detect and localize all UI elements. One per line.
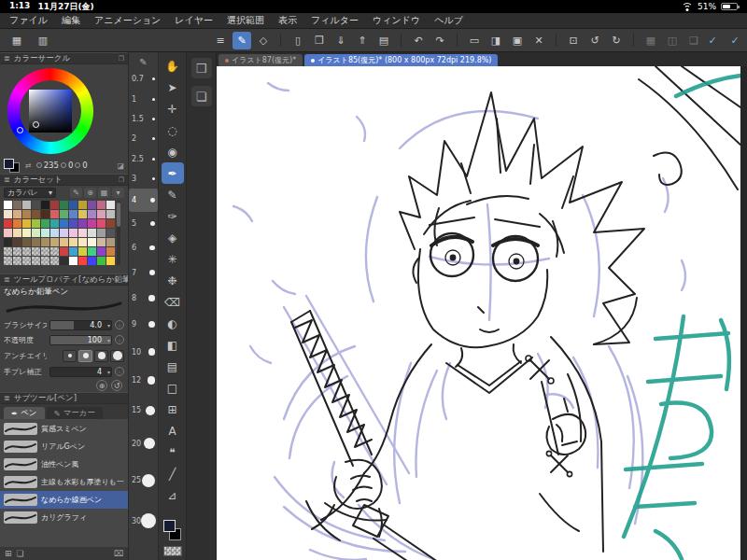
palette-swatch-48[interactable] [4, 238, 12, 246]
palette-swatch-19[interactable] [69, 210, 78, 218]
palette-swatch-64[interactable] [41, 247, 49, 256]
add-color-icon[interactable]: ⊕ [84, 188, 96, 198]
palette-swatch-54[interactable] [60, 238, 68, 246]
palette-scrollbar[interactable] [117, 201, 120, 265]
decoration-tool[interactable]: ❉ [162, 270, 184, 291]
line-correction-tool[interactable]: ╱ [162, 463, 184, 484]
ruler-tool[interactable]: ⊿ [162, 484, 184, 506]
panel-menu-icon[interactable]: ≣ [4, 54, 10, 63]
palette-swatch-7[interactable] [69, 201, 78, 209]
palette-swatch-56[interactable] [78, 238, 87, 246]
palette-swatch-55[interactable] [69, 238, 78, 246]
palette-swatch-6[interactable] [60, 201, 68, 209]
menu-item-1[interactable]: 編集 [62, 14, 80, 27]
export-icon[interactable]: ▤ [374, 32, 393, 49]
deselect-icon[interactable]: ▭ [465, 32, 484, 49]
menu-icon[interactable]: ≡ [211, 32, 230, 49]
brush-size-6[interactable]: 6 [129, 235, 158, 259]
hue-marker[interactable] [17, 127, 23, 133]
palette-swatch-0[interactable] [4, 201, 12, 209]
touch-gesture-icon[interactable]: ◇ [254, 32, 273, 49]
palette-swatch-34[interactable] [97, 219, 106, 228]
palette-swatch-70[interactable] [97, 247, 106, 256]
transparent-color-button[interactable] [163, 546, 182, 556]
palette-swatch-77[interactable] [50, 257, 59, 265]
menu-item-3[interactable]: レイヤー [175, 14, 213, 27]
palette-swatch-10[interactable] [97, 201, 106, 209]
palette-swatch-83[interactable] [106, 257, 115, 265]
brush-size-slider[interactable]: 4.0 ▾ [49, 320, 112, 330]
duplicate-subtool-icon[interactable]: ❏ [17, 549, 24, 558]
add-subtool-icon[interactable]: ⊞ [5, 549, 12, 558]
more-options-icon[interactable]: ▾ [112, 188, 124, 198]
palette-swatch-4[interactable] [41, 201, 49, 209]
brush-size-15[interactable]: 15 [129, 395, 158, 427]
palette-swatch-27[interactable] [32, 219, 40, 228]
palette-swatch-52[interactable] [41, 238, 49, 246]
workspace-grid-icon[interactable]: ▦ [7, 32, 26, 49]
palette-swatch-42[interactable] [60, 229, 68, 237]
subtool-item-1[interactable]: リアルGペン [0, 438, 128, 455]
subtool-item-2[interactable]: 油性ペン風 [0, 455, 128, 473]
palette-swatch-41[interactable] [50, 229, 59, 237]
palette-swatch-18[interactable] [60, 210, 68, 218]
pencil-tool[interactable]: ✎ [162, 184, 184, 205]
antialias-none[interactable] [63, 350, 77, 362]
move-tool[interactable]: ✛ [162, 98, 184, 119]
menu-item-6[interactable]: フィルター [311, 14, 359, 27]
palette-swatch-25[interactable] [13, 219, 21, 228]
menu-item-4[interactable]: 選択範囲 [227, 14, 264, 27]
palette-swatch-73[interactable] [13, 257, 21, 265]
palette-swatch-30[interactable] [60, 219, 68, 228]
pen-tool[interactable]: ✒ [162, 162, 184, 184]
antialias-strong[interactable] [110, 350, 124, 362]
save-icon[interactable]: ⇓ [331, 32, 350, 49]
selection-tool[interactable]: ◌ [162, 119, 184, 141]
drawing-canvas[interactable] [217, 66, 740, 560]
antialias-weak[interactable] [78, 350, 92, 362]
palette-swatch-37[interactable] [13, 229, 21, 237]
palette-swatch-31[interactable] [69, 219, 78, 228]
palette-select[interactable]: カラパレ ▾ [4, 188, 56, 198]
palette-swatch-81[interactable] [88, 257, 96, 265]
clear-selection-icon[interactable]: ✕ [529, 32, 548, 49]
panel-expand-icon[interactable]: ❐ [119, 176, 124, 184]
add-property-icon[interactable]: ⊕ [96, 380, 107, 391]
rotate-cw-icon[interactable]: ↻ [607, 32, 626, 49]
snap-ruler-icon[interactable]: ✓ [703, 32, 722, 49]
palette-swatch-9[interactable] [88, 201, 96, 209]
subtool-item-4[interactable]: なめらか線画ペン [0, 491, 128, 509]
brush-size-20[interactable]: 20 [129, 426, 158, 461]
new-canvas-icon[interactable]: ▯ [289, 32, 307, 49]
brush-size-1.5[interactable]: 1.5 [129, 109, 158, 129]
palette-swatch-68[interactable] [78, 247, 87, 256]
palette-swatch-36[interactable] [4, 229, 12, 237]
palette-swatch-61[interactable] [13, 247, 21, 256]
sv-picker[interactable] [29, 90, 72, 133]
layer-panel-icon[interactable]: ❏ [191, 86, 212, 106]
palette-swatch-3[interactable] [32, 201, 40, 209]
chevron-down-icon[interactable]: ▾ [107, 369, 110, 375]
color-wheel-panel-header[interactable]: ≣ カラーサークル ❐ [0, 52, 128, 64]
palette-swatch-78[interactable] [60, 257, 68, 265]
brush-size-5[interactable]: 5 [129, 212, 158, 235]
palette-dock-icon[interactable]: ▥ [34, 32, 52, 49]
palette-swatch-69[interactable] [88, 247, 96, 256]
redo-icon[interactable]: ↷ [430, 32, 449, 49]
operation-tool[interactable]: ➤ [162, 77, 184, 98]
brush-size-12[interactable]: 12 [129, 366, 158, 395]
palette-swatch-38[interactable] [22, 229, 31, 237]
chevron-down-icon[interactable]: ▾ [107, 337, 110, 343]
brush-size-3[interactable]: 3 [129, 169, 158, 189]
palette-swatch-39[interactable] [32, 229, 40, 237]
watercolor-tool[interactable]: ◈ [162, 227, 184, 248]
palette-swatch-21[interactable] [88, 210, 96, 218]
brush-size-9[interactable]: 9 [129, 312, 158, 339]
palette-swatch-45[interactable] [88, 229, 96, 237]
menu-item-0[interactable]: ファイル [9, 14, 48, 27]
size-dynamics-icon[interactable]: ◦ [115, 320, 124, 329]
palette-swatch-60[interactable] [4, 247, 12, 256]
opacity-dynamics-icon[interactable]: ◦ [115, 335, 124, 344]
palette-swatch-26[interactable] [22, 219, 31, 228]
palette-swatch-53[interactable] [50, 238, 59, 246]
